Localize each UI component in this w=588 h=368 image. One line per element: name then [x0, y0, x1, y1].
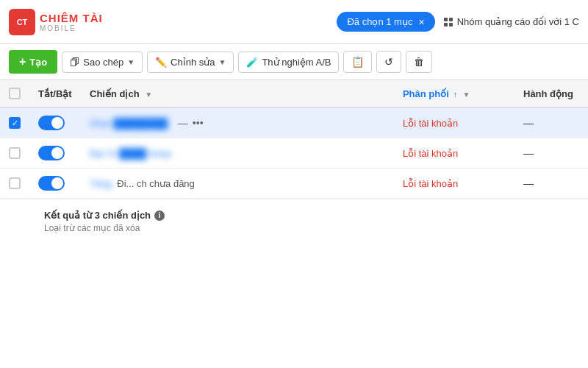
chevron-down-icon: ▼	[127, 58, 135, 66]
campaign-name-1: Ghar ████████	[90, 118, 168, 129]
toggle-1[interactable]	[38, 116, 65, 130]
row-checkbox-1[interactable]: ✓	[9, 117, 21, 129]
cell-check-1: ✓	[0, 107, 29, 138]
copy-label: Sao chép	[83, 57, 123, 68]
action-val-2: —	[523, 147, 534, 159]
header: CT CHIÊM TÀI MOBILE Đã chọn 1 mục × Nhóm…	[0, 0, 588, 44]
test-label: Thử nghiệm A/B	[262, 57, 331, 68]
status-error-3: Lỗi tài khoản	[403, 178, 458, 189]
cell-dist-1: Lỗi tài khoản	[394, 107, 514, 138]
campaign-link-3[interactable]: Tàng	[90, 178, 114, 189]
trash-icon: 🗑	[414, 56, 424, 68]
selected-badge[interactable]: Đã chọn 1 mục ×	[337, 12, 434, 32]
create-button[interactable]: + Tạo	[9, 50, 57, 74]
cell-action-2: —	[514, 138, 588, 169]
status-error-2: Lỗi tài khoản	[403, 148, 458, 159]
campaign-name-3: Tàng	[90, 178, 112, 189]
clipboard-button[interactable]: 📋	[343, 51, 372, 73]
footer-title: Kết quả từ 3 chiến dịch i	[44, 210, 579, 221]
cell-campaign-3: Tàng Đi... ch chưa đăng	[81, 169, 394, 199]
cell-check-2	[0, 138, 29, 169]
header-right-label: Nhóm quảng cáo đối với 1 C	[457, 16, 579, 27]
cell-check-3	[0, 169, 29, 199]
table-row: Đại Vr ████ hiuey Lỗi tài khoản —	[0, 138, 588, 169]
col-header-distribution[interactable]: Phân phối ↑ ▼	[394, 80, 514, 107]
edit-button[interactable]: ✏️ Chỉnh sửa ▼	[147, 52, 234, 73]
grid-icon	[444, 18, 453, 26]
cell-dist-3: Lỗi tài khoản	[394, 169, 514, 199]
campaign-extra-3: Đi... ch chưa đăng	[117, 178, 195, 189]
logo-text: CHIÊM TÀI MOBILE	[40, 12, 103, 32]
test-button[interactable]: 🧪 Thử nghiệm A/B	[238, 52, 339, 73]
campaign-link-1[interactable]: Ghar ████████	[90, 118, 171, 129]
col-header-campaign: Chiến dịch ▼	[81, 80, 394, 107]
info-icon[interactable]: i	[154, 210, 165, 221]
cell-action-1: —	[514, 107, 588, 138]
table-wrapper: Tắt/Bật Chiến dịch ▼ Phân phối ↑ ▼ Hành …	[0, 80, 588, 238]
logo: CT CHIÊM TÀI MOBILE	[9, 9, 103, 35]
col-header-toggle: Tắt/Bật	[29, 80, 81, 107]
logo-icon: CT	[9, 9, 35, 35]
logo-name: CHIÊM TÀI	[40, 12, 103, 24]
flask-icon: 🧪	[246, 57, 258, 68]
cell-campaign-2: Đại Vr ████ hiuey	[81, 138, 394, 169]
campaign-link-2[interactable]: Đại Vr ████ hiuey	[90, 148, 172, 159]
plus-icon: +	[19, 55, 26, 68]
undo-icon: ↺	[384, 56, 393, 68]
sort-asc-icon: ↑	[453, 90, 457, 99]
header-right: Nhóm quảng cáo đối với 1 C	[444, 16, 579, 27]
chevron-down-icon[interactable]: ▼	[463, 91, 470, 99]
undo-button[interactable]: ↺	[376, 51, 401, 73]
toolbar: + Tạo 🗍 Sao chép ▼ ✏️ Chỉnh sửa ▼ 🧪 Thử …	[0, 44, 588, 80]
campaign-name-2: Đại Vr ████ hiuey	[90, 148, 172, 159]
cell-toggle-1	[29, 107, 81, 138]
logo-sub: MOBILE	[40, 24, 103, 32]
image-icon[interactable]: —	[178, 117, 188, 129]
campaigns-table: Tắt/Bật Chiến dịch ▼ Phân phối ↑ ▼ Hành …	[0, 80, 588, 199]
edit-icon: ✏️	[155, 57, 167, 68]
select-all-checkbox[interactable]	[9, 88, 21, 99]
cell-campaign-1: Ghar ████████ — •••	[81, 107, 394, 138]
copy-button[interactable]: 🗍 Sao chép ▼	[62, 52, 143, 73]
cell-action-3: —	[514, 169, 588, 199]
row-checkbox-3[interactable]	[9, 177, 21, 189]
cell-toggle-3	[29, 169, 81, 199]
cell-toggle-2	[29, 138, 81, 169]
toggle-knob-1	[51, 117, 63, 129]
col-header-check	[0, 80, 29, 107]
col-header-action: Hành động	[514, 80, 588, 107]
campaign-actions-1: — •••	[178, 117, 204, 129]
table-row: ✓ Ghar ████████ — •••	[0, 107, 588, 138]
toggle-2[interactable]	[38, 146, 65, 160]
toggle-knob-3	[51, 177, 63, 189]
chevron-down-icon[interactable]: ▼	[145, 91, 152, 99]
action-val-3: —	[523, 177, 534, 189]
table-footer: Kết quả từ 3 chiến dịch i Loại trừ các m…	[0, 199, 588, 238]
footer-subtitle: Loại trừ các mục đã xóa	[44, 223, 579, 233]
table-row: Tàng Đi... ch chưa đăng Lỗi tài khoản —	[0, 169, 588, 199]
toggle-knob-2	[51, 147, 63, 159]
delete-button[interactable]: 🗑	[406, 51, 432, 73]
action-val-1: —	[523, 117, 534, 129]
status-error-1: Lỗi tài khoản	[403, 118, 458, 129]
row-checkbox-2[interactable]	[9, 147, 21, 159]
cell-dist-2: Lỗi tài khoản	[394, 138, 514, 169]
more-icon[interactable]: •••	[193, 117, 204, 129]
copy-icon: 🗍	[70, 57, 79, 68]
clipboard-icon: 📋	[351, 56, 364, 68]
toggle-3[interactable]	[38, 176, 65, 191]
close-icon[interactable]: ×	[418, 17, 424, 27]
selected-badge-label: Đã chọn 1 mục	[347, 16, 412, 27]
edit-label: Chỉnh sửa	[171, 57, 215, 68]
chevron-down-icon: ▼	[219, 58, 226, 66]
create-label: Tạo	[29, 57, 47, 68]
table-header-row: Tắt/Bật Chiến dịch ▼ Phân phối ↑ ▼ Hành …	[0, 80, 588, 107]
